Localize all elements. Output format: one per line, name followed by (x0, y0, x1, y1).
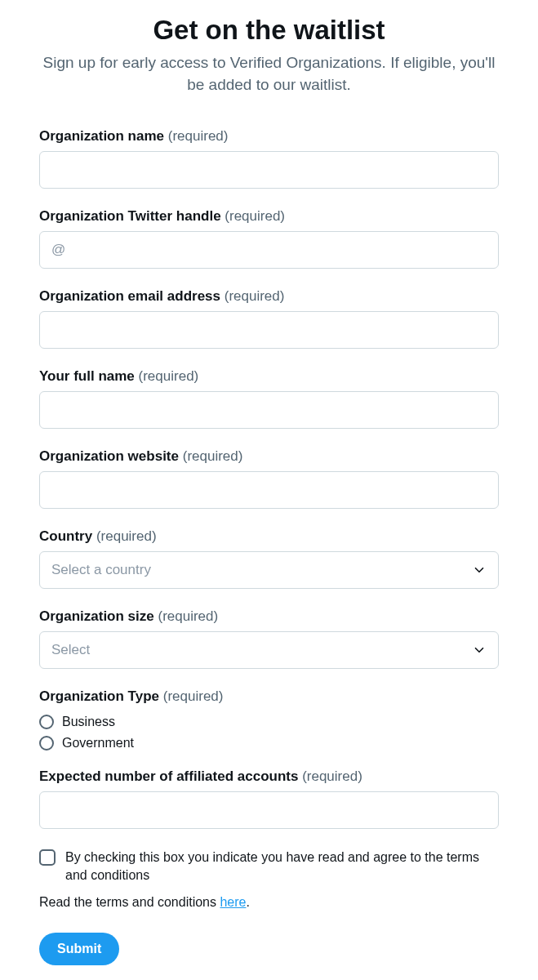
input-full-name[interactable] (39, 391, 499, 429)
terms-link[interactable]: here (220, 895, 246, 909)
field-twitter-handle: Organization Twitter handle (required) (39, 208, 499, 269)
radio-option-government[interactable]: Government (39, 733, 499, 754)
input-twitter-handle[interactable] (39, 231, 499, 269)
radio-icon (39, 736, 54, 751)
chevron-down-icon (472, 643, 487, 657)
label-website: Organization website (required) (39, 448, 499, 465)
input-org-email[interactable] (39, 311, 499, 349)
field-org-name: Organization name (required) (39, 128, 499, 189)
label-org-type: Organization Type (required) (39, 688, 499, 705)
input-affiliated-count[interactable] (39, 791, 499, 829)
input-org-name[interactable] (39, 151, 499, 189)
input-website[interactable] (39, 471, 499, 509)
radio-icon (39, 715, 54, 729)
label-full-name: Your full name (required) (39, 368, 499, 385)
field-org-email: Organization email address (required) (39, 288, 499, 349)
radio-group-org-type: Business Government (39, 711, 499, 754)
page-subtitle: Sign up for early access to Verified Org… (41, 52, 498, 96)
radio-label-government: Government (62, 736, 134, 751)
consent-text: By checking this box you indicate you ha… (65, 849, 499, 884)
select-country[interactable]: Select a country (39, 551, 499, 589)
field-affiliated-count: Expected number of affiliated accounts (… (39, 768, 499, 829)
label-country: Country (required) (39, 528, 499, 545)
page-title: Get on the waitlist (39, 15, 499, 46)
terms-line: Read the terms and conditions here. (39, 895, 499, 910)
consent-checkbox-row[interactable]: By checking this box you indicate you ha… (39, 849, 499, 884)
terms-prefix: Read the terms and conditions (39, 895, 220, 909)
submit-button[interactable]: Submit (39, 933, 119, 965)
label-org-email: Organization email address (required) (39, 288, 499, 305)
label-affiliated-count: Expected number of affiliated accounts (… (39, 768, 499, 785)
checkbox-icon (39, 849, 56, 866)
field-full-name: Your full name (required) (39, 368, 499, 429)
form-container: Get on the waitlist Sign up for early ac… (0, 15, 538, 980)
label-org-size: Organization size (required) (39, 608, 499, 625)
field-org-type: Organization Type (required) Business Go… (39, 688, 499, 754)
select-country-placeholder: Select a country (51, 562, 151, 578)
terms-suffix: . (247, 895, 250, 909)
label-twitter-handle: Organization Twitter handle (required) (39, 208, 499, 225)
select-org-size[interactable]: Select (39, 631, 499, 669)
field-website: Organization website (required) (39, 448, 499, 509)
select-org-size-placeholder: Select (51, 642, 90, 658)
radio-option-business[interactable]: Business (39, 711, 499, 733)
chevron-down-icon (472, 563, 487, 577)
field-country: Country (required) Select a country (39, 528, 499, 589)
field-org-size: Organization size (required) Select (39, 608, 499, 669)
radio-label-business: Business (62, 715, 115, 729)
label-org-name: Organization name (required) (39, 128, 499, 145)
